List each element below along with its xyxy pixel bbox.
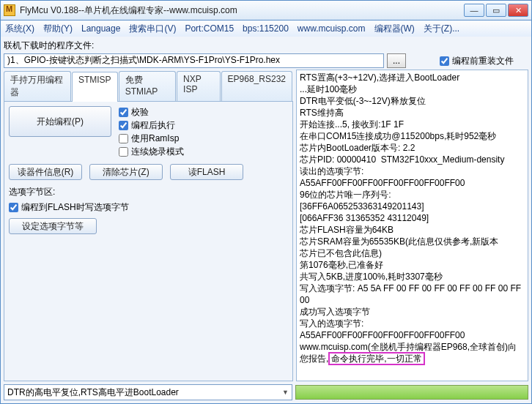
window-title: FlyMcu V0.188--单片机在线编程专家--www.mcuisp.com — [20, 4, 464, 17]
menubar: 系统(X) 帮助(Y) Language 搜索串口(V) Port:COM15 … — [0, 20, 532, 37]
tab-handheld[interactable]: 手持万用编程器 — [4, 71, 71, 101]
file-row: 联机下载时的程序文件: — [4, 40, 528, 52]
close-button[interactable]: ✕ — [508, 4, 528, 17]
reset-mode-dropdown[interactable]: DTR的高电平复位,RTS高电平进BootLoader ▼ — [4, 384, 292, 400]
ck-contburn[interactable]: 连续烧录模式 — [119, 146, 184, 158]
option-checks: 校验 编程后执行 使用RamIsp 连续烧录模式 — [119, 106, 184, 158]
read-flash-button[interactable]: 读FLASH — [170, 164, 243, 180]
reinstall-checkbox[interactable]: 编程前重装文件 — [440, 55, 514, 67]
tab-stmisp[interactable]: STMISP — [72, 72, 118, 102]
log-pane[interactable]: RTS置高(+3~+12V),选择进入BootLoader ...延时100毫秒… — [296, 70, 528, 381]
set-option-button[interactable]: 设定选项字节等 — [9, 218, 97, 234]
menu-search-port[interactable]: 搜索串口(V) — [129, 23, 176, 35]
browse-button[interactable]: ... — [387, 53, 406, 68]
tab-ep968[interactable]: EP968_RS232 — [221, 71, 292, 101]
reinstall-check-input[interactable] — [440, 56, 449, 66]
left-pane: 手持万用编程器 STMISP 免费STMIAP NXP ISP EP968_RS… — [4, 70, 293, 381]
menu-port[interactable]: Port:COM15 — [185, 23, 234, 34]
file-label: 联机下载时的程序文件: — [4, 40, 94, 52]
footer-row: DTR的高电平复位,RTS高电平进BootLoader ▼ — [4, 384, 528, 400]
main-row: 手持万用编程器 STMISP 免费STMIAP NXP ISP EP968_RS… — [4, 70, 528, 381]
reinstall-label: 编程前重装文件 — [452, 55, 514, 67]
read-info-button[interactable]: 读器件信息(R) — [9, 164, 82, 180]
start-program-button[interactable]: 开始编程(P) — [9, 106, 111, 137]
tab-body: 开始编程(P) 校验 编程后执行 使用RamIsp 连续烧录模式 读器件信息(R… — [4, 102, 293, 381]
ck-runafter[interactable]: 编程后执行 — [119, 119, 184, 132]
menu-system[interactable]: 系统(X) — [5, 23, 34, 35]
reset-mode-value: DTR的高电平复位,RTS高电平进BootLoader — [7, 386, 179, 399]
ck-write-option[interactable]: 编程到FLASH时写选项字节 — [9, 201, 288, 214]
window-controls: — ▭ ✕ — [464, 4, 528, 17]
tab-stmiap[interactable]: 免费STMIAP — [119, 71, 176, 101]
ck-ramisp[interactable]: 使用RamIsp — [119, 132, 184, 145]
ck-verify[interactable]: 校验 — [119, 106, 184, 119]
menu-programmer[interactable]: 编程器(W) — [374, 23, 415, 35]
clear-chip-button[interactable]: 清除芯片(Z) — [89, 164, 163, 180]
progress-bar — [295, 385, 528, 400]
menu-about[interactable]: 关于(Z)... — [424, 23, 459, 35]
file-path-input[interactable]: )1、GPIO-按键状态判断之扫描式\MDK-ARM\YS-F1Pro\YS-F… — [4, 53, 384, 68]
titlebar: FlyMcu V0.188--单片机在线编程专家--www.mcuisp.com… — [0, 0, 532, 20]
chevron-down-icon: ▼ — [282, 389, 289, 396]
file-row-2: )1、GPIO-按键状态判断之扫描式\MDK-ARM\YS-F1Pro\YS-F… — [4, 53, 528, 68]
app-icon — [4, 4, 15, 16]
tabstrip: 手持万用编程器 STMISP 免费STMIAP NXP ISP EP968_RS… — [4, 71, 293, 102]
content: 联机下载时的程序文件: )1、GPIO-按键状态判断之扫描式\MDK-ARM\Y… — [0, 37, 532, 404]
tab-nxpisp[interactable]: NXP ISP — [177, 71, 221, 101]
menu-language[interactable]: Language — [81, 23, 120, 34]
file-field: )1、GPIO-按键状态判断之扫描式\MDK-ARM\YS-F1Pro\YS-F… — [4, 53, 406, 68]
maximize-button[interactable]: ▭ — [486, 4, 506, 17]
log-highlight: 命令执行完毕,一切正常 — [328, 352, 424, 365]
menu-bps[interactable]: bps:115200 — [243, 23, 289, 34]
minimize-button[interactable]: — — [464, 4, 484, 17]
menu-help[interactable]: 帮助(Y) — [43, 23, 73, 35]
menu-site[interactable]: www.mcuisp.com — [298, 23, 366, 34]
option-bytes-label: 选项字节区: — [9, 186, 288, 198]
